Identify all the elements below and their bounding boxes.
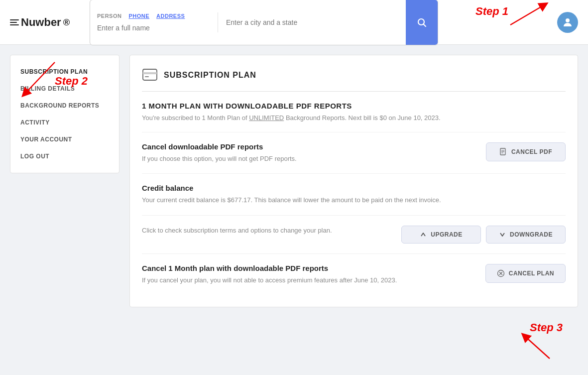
sidebar-wrapper: SUBSCRIPTION PLAN BILLING DETAILS BACKGR… (10, 55, 119, 307)
pdf-icon (499, 148, 507, 156)
user-avatar[interactable] (557, 12, 578, 33)
search-divider (218, 12, 218, 32)
city-input[interactable] (222, 18, 406, 26)
logo-text: Nuwber® (21, 16, 70, 29)
tab-address[interactable]: ADDRESS (156, 13, 185, 19)
cancel-pdf-button[interactable]: CANCEL PDF (486, 142, 566, 161)
menu-line (10, 24, 19, 25)
credit-desc: Your current credit balance is $677.17. … (142, 195, 566, 205)
step3-arrow (520, 331, 565, 361)
main-layout: SUBSCRIPTION PLAN BILLING DETAILS BACKGR… (0, 45, 588, 317)
plan-title: 1 MONTH PLAN WITH DOWNLOADABLE PDF REPOR… (142, 102, 566, 110)
sidebar-item-activity[interactable]: ACTIVITY (10, 114, 119, 131)
upgrade-downgrade-desc: Click to check subscription terms and op… (142, 226, 386, 236)
tab-person[interactable]: PERSON (97, 13, 121, 19)
search-area: PERSON PHONE ADDRESS (90, 0, 438, 45)
step3-label: Step 3 (530, 321, 563, 334)
menu-line (10, 19, 19, 20)
downgrade-icon (499, 231, 506, 238)
upgrade-button[interactable]: UPGRADE (401, 226, 481, 244)
user-icon (562, 16, 574, 28)
sidebar: SUBSCRIPTION PLAN BILLING DETAILS BACKGR… (10, 55, 119, 173)
menu-line (10, 22, 17, 23)
cancel-pdf-sublabel: If you choose this option, you will not … (142, 154, 471, 164)
sidebar-item-background[interactable]: BACKGROUND REPORTS (10, 97, 119, 114)
header: Nuwber® PERSON PHONE ADDRESS Step 1 (0, 0, 588, 45)
svg-line-2 (510, 5, 544, 25)
svg-rect-6 (143, 72, 157, 74)
tab-phone[interactable]: PHONE (128, 13, 149, 19)
cancel-pdf-text: Cancel downloadable PDF reports If you c… (142, 142, 486, 164)
step1-label: Step 1 (475, 5, 508, 17)
upgrade-btn-label: UPGRADE (431, 231, 463, 238)
cancel-plan-btn-label: CANCEL PLAN (509, 270, 554, 277)
logo-area: Nuwber® (10, 16, 80, 29)
search-icon (417, 17, 427, 27)
sidebar-item-billing[interactable]: BILLING DETAILS (10, 80, 119, 97)
search-tabs: PERSON PHONE ADDRESS (97, 13, 207, 19)
sidebar-item-account[interactable]: YOUR ACCOUNT (10, 131, 119, 148)
upgrade-downgrade-row: Click to check subscription terms and op… (142, 215, 566, 253)
sidebar-item-subscription[interactable]: SUBSCRIPTION PLAN (10, 63, 119, 80)
upgrade-downgrade-buttons: UPGRADE DOWNGRADE (401, 226, 566, 244)
credit-label: Credit balance (142, 184, 566, 192)
cancel-pdf-btn-label: CANCEL PDF (511, 148, 552, 155)
name-input[interactable] (97, 24, 207, 32)
cancel-plan-text: Cancel 1 Month plan with downloadable PD… (142, 264, 485, 285)
svg-line-1 (424, 24, 426, 26)
credit-section: Credit balance Your current credit balan… (142, 173, 566, 215)
plan-desc: You're subscribed to 1 Month Plan of UNL… (142, 113, 566, 123)
downgrade-button[interactable]: DOWNGRADE (486, 226, 566, 244)
cancel-plan-label: Cancel 1 Month plan with downloadable PD… (142, 264, 470, 272)
sidebar-item-logout[interactable]: LOG OUT (10, 148, 119, 165)
cancel-plan-button[interactable]: CANCEL PLAN (485, 264, 566, 283)
section-title: SUBSCRIPTION PLAN (164, 71, 256, 80)
svg-point-3 (566, 18, 570, 22)
logo-name: Nuwber (21, 16, 61, 29)
subscription-plan-icon (142, 67, 158, 83)
section-title-row: SUBSCRIPTION PLAN (142, 67, 566, 92)
svg-rect-7 (145, 76, 149, 77)
cancel-plan-sublabel: If you cancel your plan, you will not ab… (142, 275, 470, 285)
step1-annotation: Step 1 (475, 5, 508, 18)
cancel-icon (497, 269, 505, 277)
upgrade-icon (420, 231, 427, 238)
svg-rect-5 (143, 69, 157, 80)
cancel-pdf-label: Cancel downloadable PDF reports (142, 142, 471, 151)
step3-annotation: Step 3 (530, 321, 563, 334)
menu-icon (10, 19, 19, 25)
search-button[interactable] (406, 0, 438, 45)
content-area: SUBSCRIPTION PLAN 1 MONTH PLAN WITH DOWN… (129, 55, 578, 307)
step1-arrow (505, 2, 550, 30)
cancel-plan-row: Cancel 1 Month plan with downloadable PD… (142, 253, 566, 295)
upgrade-downgrade-text: Click to check subscription terms and op… (142, 226, 401, 236)
cancel-pdf-row: Cancel downloadable PDF reports If you c… (142, 132, 566, 174)
svg-line-15 (525, 336, 550, 359)
logo-trademark: ® (63, 17, 70, 28)
downgrade-btn-label: DOWNGRADE (510, 231, 553, 238)
